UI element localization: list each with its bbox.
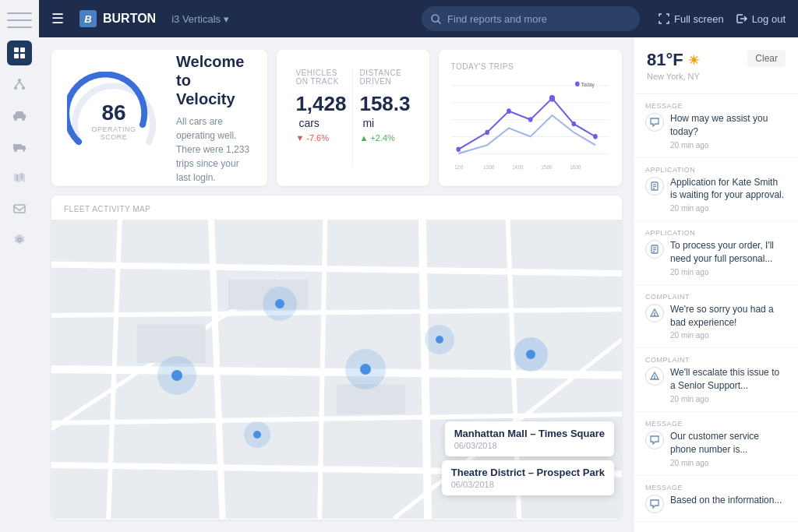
message-item-0[interactable]: MESSAGE How may we assist you today? 20 … xyxy=(634,94,798,158)
svg-text:14:00: 14:00 xyxy=(512,164,523,169)
logout-button[interactable]: Log out xyxy=(736,13,786,25)
chart-card: TODAY'S TRIPS xyxy=(439,50,622,186)
map-body: Manhattan Mall – Times Square 06/03/2018… xyxy=(51,220,622,519)
map-card: FLEET ACTIVITY MAP xyxy=(51,196,622,520)
msg-icon-alert xyxy=(645,304,664,322)
svg-text:15:00: 15:00 xyxy=(541,164,552,169)
message-item-5[interactable]: MESSAGE Our customer service phone numbe… xyxy=(634,412,798,476)
svg-point-14 xyxy=(23,150,25,152)
sidebar-item-grid[interactable] xyxy=(7,41,32,65)
svg-point-29 xyxy=(593,134,598,139)
brand-logo: B xyxy=(79,10,97,27)
main-area: ☰ B BURTON i3 Verticals ▾ xyxy=(39,0,798,532)
svg-point-4 xyxy=(18,79,21,82)
map-marker-6 xyxy=(244,421,270,448)
msg-time: 20 min ago xyxy=(670,331,787,340)
message-item-6[interactable]: MESSAGE Based on the information... xyxy=(634,476,798,522)
msg-type: APPLICATION xyxy=(645,166,787,174)
svg-rect-15 xyxy=(14,205,25,213)
msg-type: COMPLAINT xyxy=(645,293,787,301)
svg-rect-1 xyxy=(20,48,25,52)
sidebar-item-truck[interactable] xyxy=(7,134,32,159)
search-input[interactable] xyxy=(447,13,630,25)
brand-name: BURTON xyxy=(103,12,156,26)
svg-point-5 xyxy=(14,86,17,90)
sidebar-item-map[interactable] xyxy=(7,165,32,190)
msg-time: 20 min ago xyxy=(670,141,787,150)
svg-point-11 xyxy=(22,118,25,121)
icon-rail xyxy=(0,0,39,532)
clear-button[interactable]: Clear xyxy=(747,50,786,67)
map-marker-3 xyxy=(345,349,386,389)
top-row: 86 OPERATINGSCORE Welcometo Velocity All… xyxy=(51,50,622,186)
svg-text:13:00: 13:00 xyxy=(483,164,494,169)
svg-point-6 xyxy=(22,86,25,90)
msg-text: To process your order, I'll need your fu… xyxy=(670,239,787,266)
message-item-1[interactable]: APPLICATION Application for Kate Smith i… xyxy=(634,158,798,222)
msg-text: Our customer service phone number is... xyxy=(670,430,787,456)
weather-temp: 81°F ☀ xyxy=(647,50,700,70)
navbar: ☰ B BURTON i3 Verticals ▾ xyxy=(39,0,798,37)
svg-point-35 xyxy=(575,81,580,86)
welcome-description: All cars are operating well. There were … xyxy=(176,115,252,185)
svg-point-10 xyxy=(14,118,17,121)
welcome-text: Welcometo Velocity All cars are operatin… xyxy=(176,52,252,185)
hamburger-icon[interactable] xyxy=(7,12,32,28)
sidebar-item-hierarchy[interactable] xyxy=(7,72,32,97)
svg-point-25 xyxy=(507,108,511,114)
dashboard: 86 OPERATINGSCORE Welcometo Velocity All… xyxy=(39,37,634,532)
map-popup-2: Theatre District – Prospect Park 06/03/2… xyxy=(442,460,614,495)
svg-text:12:0: 12:0 xyxy=(454,164,463,169)
verticals-dropdown[interactable]: i3 Verticals ▾ xyxy=(171,13,229,25)
fullscreen-button[interactable]: Full screen xyxy=(659,13,724,25)
svg-rect-12 xyxy=(13,144,22,150)
msg-text: We'll escalate this issue to a Senior Su… xyxy=(670,366,787,393)
right-panel: 81°F ☀ New York, NY Clear MESSAGE How ma… xyxy=(634,37,798,532)
gauge: 86 OPERATINGSCORE xyxy=(67,72,161,165)
map-marker-4 xyxy=(425,325,454,354)
msg-type: MESSAGE xyxy=(645,102,787,110)
messages-list: MESSAGE How may we assist you today? 20 … xyxy=(634,94,798,532)
msg-time: 20 min ago xyxy=(670,459,787,467)
svg-point-27 xyxy=(549,95,554,102)
map-marker-5 xyxy=(514,337,548,372)
svg-point-23 xyxy=(456,146,461,152)
distance-stat: DISTANCE DRIVEN 158.3 mi ▲ +2.4% xyxy=(353,62,416,174)
msg-time: 20 min ago xyxy=(670,268,787,277)
msg-time: 20 min ago xyxy=(670,204,787,213)
weather-info: 81°F ☀ New York, NY xyxy=(647,50,700,81)
msg-type: MESSAGE xyxy=(645,420,787,428)
msg-icon-chat xyxy=(645,431,664,449)
fullscreen-icon xyxy=(659,13,669,24)
logout-icon xyxy=(736,13,747,24)
search-bar[interactable] xyxy=(422,6,640,31)
sidebar-item-mail[interactable] xyxy=(7,196,32,221)
msg-text: Application for Kate Smith is waiting fo… xyxy=(670,176,787,203)
msg-type: COMPLAINT xyxy=(645,356,787,364)
msg-icon-chat xyxy=(645,495,664,513)
message-item-3[interactable]: COMPLAINT We're so sorry you had a bad e… xyxy=(634,285,798,349)
welcome-title: Welcometo Velocity xyxy=(176,52,252,108)
msg-type: MESSAGE xyxy=(645,484,787,491)
navbar-hamburger[interactable]: ☰ xyxy=(51,10,64,27)
svg-line-8 xyxy=(19,82,23,86)
weather-section: 81°F ☀ New York, NY Clear xyxy=(634,37,798,94)
svg-line-7 xyxy=(16,82,19,86)
msg-icon-alert xyxy=(645,367,664,386)
svg-line-17 xyxy=(438,21,440,23)
vehicles-stat: VEHICLES ON TRACK 1,428 cars ▼ -7.6% xyxy=(289,62,352,174)
msg-text: We're so sorry you had a bad experience! xyxy=(670,303,787,329)
map-marker-1 xyxy=(157,356,196,395)
msg-icon-doc xyxy=(645,177,664,196)
svg-text:16:00: 16:00 xyxy=(570,164,581,169)
message-item-2[interactable]: APPLICATION To process your order, I'll … xyxy=(634,221,798,285)
sidebar-item-gear[interactable] xyxy=(7,227,32,252)
svg-point-13 xyxy=(14,149,17,152)
welcome-card: 86 OPERATINGSCORE Welcometo Velocity All… xyxy=(51,50,267,186)
msg-icon-doc xyxy=(645,240,664,259)
distance-change: ▲ +2.4% xyxy=(359,133,410,143)
msg-type: APPLICATION xyxy=(645,229,787,237)
map-popup-1: Manhattan Mall – Times Square 06/03/2018 xyxy=(445,421,614,456)
message-item-4[interactable]: COMPLAINT We'll escalate this issue to a… xyxy=(634,348,798,412)
sidebar-item-car[interactable] xyxy=(7,103,32,128)
